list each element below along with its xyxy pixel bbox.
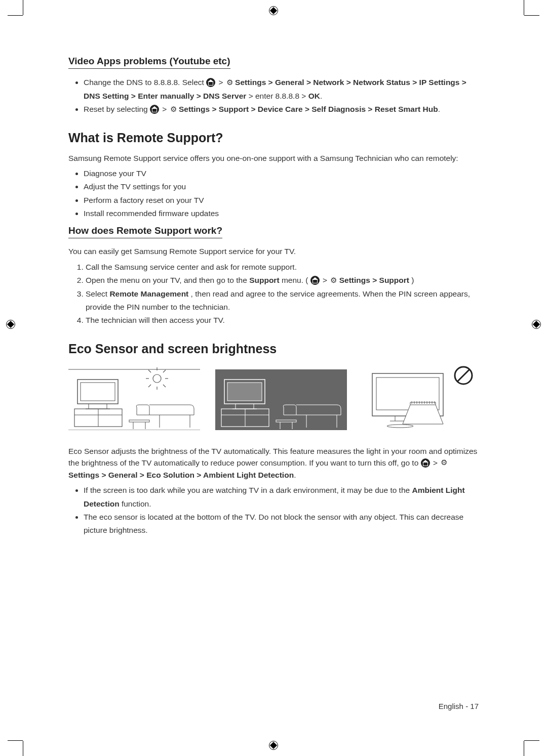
svg-point-2 <box>153 374 161 383</box>
step-2: Open the menu on your TV, and then go to… <box>86 274 479 287</box>
list-item: Install recommended firmware updates <box>84 207 479 220</box>
home-icon <box>150 105 159 114</box>
reset-item: Reset by selecting > ⚙ Settings > Suppor… <box>84 103 479 116</box>
crop-mark <box>509 726 524 741</box>
page-content: Video Apps problems (Youtube etc) Change… <box>0 0 547 568</box>
gear-icon: ⚙ <box>330 274 337 287</box>
remote-support-intro: Samsung Remote Support service offers yo… <box>68 152 479 164</box>
list-item: Diagnose your TV <box>84 167 479 180</box>
eco-notes: If the screen is too dark while you are … <box>68 484 479 537</box>
gear-icon: ⚙ <box>226 76 233 89</box>
step-3: Select Remote Management , then read and… <box>86 287 479 314</box>
remote-support-list: Diagnose your TV Adjust the TV settings … <box>68 167 479 220</box>
crop-mark <box>23 726 38 741</box>
list-item: The eco sensor is located at the bottom … <box>84 511 479 537</box>
svg-rect-11 <box>77 380 118 404</box>
how-steps: Call the Samsung service center and ask … <box>68 261 479 327</box>
home-icon <box>310 276 320 285</box>
illustration-night <box>215 364 347 430</box>
night-room-icon <box>215 364 347 430</box>
svg-line-9 <box>148 385 151 387</box>
list-item: Adjust the TV settings for you <box>84 180 479 193</box>
svg-rect-21 <box>129 420 149 422</box>
registration-mark-icon <box>6 320 15 329</box>
how-intro: You can easily get Samsung Remote Suppor… <box>68 245 479 257</box>
eco-description: Eco Sensor adjusts the brightness of the… <box>68 445 479 481</box>
home-icon <box>206 78 215 87</box>
crop-mark <box>509 15 524 30</box>
step-4: The technician will then access your TV. <box>86 314 479 327</box>
svg-line-8 <box>163 370 166 372</box>
video-apps-heading: Video Apps problems (Youtube etc) <box>68 56 230 69</box>
svg-point-43 <box>387 425 413 428</box>
video-apps-list: Change the DNS to 8.8.8.8. Select > ⚙ Se… <box>68 76 479 116</box>
svg-rect-12 <box>81 383 115 401</box>
registration-mark-icon <box>269 741 278 750</box>
list-item: Perform a factory reset on your TV <box>84 194 479 207</box>
remote-support-heading: What is Remote Support? <box>68 131 479 145</box>
crop-mark <box>23 15 38 30</box>
step-1: Call the Samsung service center and ask … <box>86 261 479 274</box>
page-footer: English - 17 <box>439 702 479 710</box>
svg-rect-26 <box>227 383 262 401</box>
how-remote-support-heading: How does Remote Support work? <box>68 225 222 238</box>
gear-icon: ⚙ <box>170 103 177 116</box>
registration-mark-icon <box>269 6 278 15</box>
list-item: If the screen is too dark while you are … <box>84 484 479 511</box>
svg-line-45 <box>457 369 470 382</box>
svg-line-7 <box>148 370 151 372</box>
day-room-icon <box>68 364 200 430</box>
home-icon <box>421 458 430 468</box>
dns-change-item: Change the DNS to 8.8.8.8. Select > ⚙ Se… <box>84 76 479 103</box>
svg-line-10 <box>163 385 166 387</box>
gear-icon: ⚙ <box>441 457 447 469</box>
registration-mark-icon <box>532 320 541 329</box>
eco-sensor-heading: Eco Sensor and screen brightness <box>68 342 479 356</box>
illustration-row <box>68 364 479 430</box>
illustration-blocked <box>362 364 479 430</box>
blocked-sensor-icon <box>362 364 479 430</box>
illustration-day <box>68 364 200 430</box>
